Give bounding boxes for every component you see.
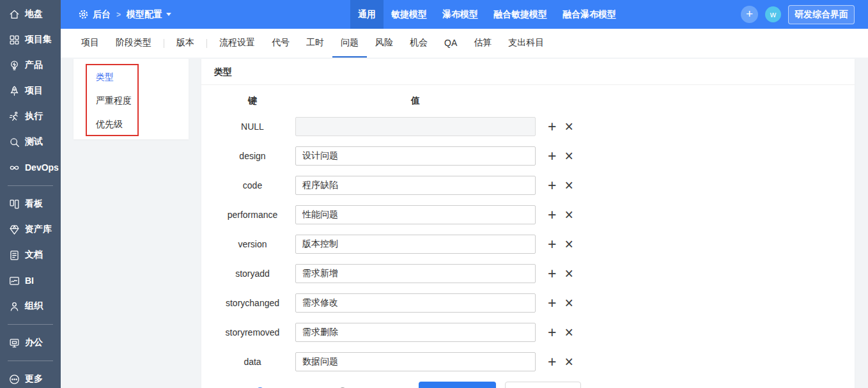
sidebar-item-devops[interactable]: DevOps: [0, 155, 61, 180]
tab-effort[interactable]: 工时: [298, 29, 332, 58]
tab-issue[interactable]: 问题: [332, 29, 367, 58]
tab-code[interactable]: 代号: [263, 29, 298, 58]
add-row-icon[interactable]: +: [548, 178, 556, 193]
tab-version[interactable]: 版本: [168, 29, 203, 58]
key-value-table: 键 值 NULL + × design + × code + ×: [201, 85, 855, 388]
add-row-icon[interactable]: +: [548, 149, 556, 164]
delete-row-icon[interactable]: ×: [564, 296, 573, 311]
delete-row-icon[interactable]: ×: [564, 208, 573, 222]
row-key: storyremoved: [214, 327, 291, 338]
delete-row-icon[interactable]: ×: [564, 178, 573, 193]
sidebar-divider: [8, 185, 53, 186]
delete-row-icon[interactable]: ×: [564, 325, 573, 340]
value-column-header: 值: [295, 95, 536, 107]
row-key: performance: [214, 210, 291, 220]
add-row-icon[interactable]: +: [548, 267, 556, 281]
tab-project[interactable]: 项目: [73, 29, 107, 58]
breadcrumb: 后台 > 模型配置: [78, 9, 171, 20]
table-row: data + ×: [201, 347, 855, 376]
sidebar-item-program[interactable]: 项目集: [0, 27, 61, 52]
delete-row-icon[interactable]: ×: [564, 267, 573, 281]
content-area: 类型 严重程度 优先级 类型 键 值 NULL + × design + ×: [61, 58, 868, 388]
topbar-tab-waterfall[interactable]: 瀑布模型: [435, 0, 486, 29]
sidebar: 地盘 项目集 产品 项目 执行 测试 DevOps 看板 资产库 文档 BI: [0, 0, 61, 388]
tab-estimate[interactable]: 估算: [465, 29, 500, 58]
test-icon: [8, 136, 20, 148]
row-key: storyadd: [214, 268, 291, 279]
table-row: NULL + ×: [201, 112, 855, 141]
tab-workflow[interactable]: 流程设置: [211, 29, 263, 58]
avatar[interactable]: w: [765, 6, 781, 22]
topbar-tab-label: 融合瀑布模型: [562, 9, 616, 20]
row-value-input[interactable]: [295, 205, 536, 224]
table-row: version + ×: [201, 229, 855, 259]
row-value-input[interactable]: [295, 235, 536, 254]
doc-icon: [8, 249, 20, 261]
topbar-tab-agileplus[interactable]: 融合敏捷模型: [486, 0, 555, 29]
table-header-row: 键 值: [201, 89, 855, 112]
row-value-input[interactable]: [295, 264, 536, 283]
topbar-tab-agile[interactable]: 敏捷模型: [384, 0, 435, 29]
tab-opportunity[interactable]: 机会: [401, 29, 436, 58]
add-row-icon[interactable]: +: [548, 237, 556, 252]
tab-qa[interactable]: QA: [436, 29, 465, 58]
add-row-icon[interactable]: +: [548, 355, 556, 369]
sidebar-item-product[interactable]: 产品: [0, 52, 61, 78]
kanban-icon: [8, 198, 20, 210]
tab-risk[interactable]: 风险: [367, 29, 401, 58]
row-value-input[interactable]: [295, 176, 536, 195]
tab-label: 问题: [341, 37, 359, 49]
sidebar-item-bi[interactable]: BI: [0, 268, 61, 293]
row-value-input[interactable]: [295, 352, 536, 371]
tab-stage-type[interactable]: 阶段类型: [107, 29, 160, 58]
row-key: version: [214, 239, 291, 249]
sidebar-item-label: 产品: [25, 59, 43, 71]
delete-row-icon[interactable]: ×: [564, 355, 573, 369]
menu-item-severity[interactable]: 严重程度: [74, 89, 189, 113]
plus-icon: +: [746, 8, 753, 20]
row-value-input[interactable]: [295, 323, 536, 342]
sidebar-item-project[interactable]: 项目: [0, 78, 61, 104]
delete-row-icon[interactable]: ×: [564, 149, 573, 164]
table-row: performance + ×: [201, 200, 855, 229]
sidebar-item-kanban[interactable]: 看板: [0, 191, 61, 217]
chevron-down-icon[interactable]: [166, 13, 171, 16]
dev-suite-button[interactable]: 研发综合界面: [788, 5, 855, 24]
menu-item-priority[interactable]: 优先级: [74, 113, 189, 136]
sidebar-item-label: 看板: [25, 198, 43, 210]
devops-icon: [8, 162, 20, 174]
sidebar-item-home[interactable]: 地盘: [0, 1, 61, 27]
table-row: storyadd + ×: [201, 259, 855, 288]
add-row-icon[interactable]: +: [548, 325, 556, 340]
sidebar-item-label: 更多: [25, 373, 43, 385]
add-row-icon[interactable]: +: [548, 208, 556, 222]
tab-divider: [206, 39, 207, 48]
sidebar-item-office[interactable]: 办公: [0, 330, 61, 355]
product-icon: [8, 59, 20, 72]
sidebar-item-test[interactable]: 测试: [0, 129, 61, 155]
topbar-tab-waterfallplus[interactable]: 融合瀑布模型: [555, 0, 624, 29]
reset-button[interactable]: [505, 382, 581, 388]
breadcrumb-current[interactable]: 模型配置: [127, 9, 162, 20]
breadcrumb-separator: >: [116, 10, 121, 19]
sidebar-item-more[interactable]: 更多: [0, 366, 61, 388]
row-value-input[interactable]: [295, 293, 536, 313]
menu-item-type[interactable]: 类型: [74, 65, 189, 89]
tab-expense[interactable]: 支出科目: [500, 29, 552, 58]
sidebar-item-execution[interactable]: 执行: [0, 104, 61, 129]
breadcrumb-root[interactable]: 后台: [93, 9, 111, 20]
add-row-icon[interactable]: +: [548, 296, 556, 311]
save-button[interactable]: [419, 382, 496, 388]
row-value-input[interactable]: [295, 146, 536, 166]
sidebar-item-org[interactable]: 组织: [0, 293, 61, 319]
add-row-icon[interactable]: +: [548, 120, 556, 134]
sidebar-item-label: 地盘: [25, 8, 43, 20]
menu-item-label: 优先级: [96, 119, 123, 129]
delete-row-icon[interactable]: ×: [564, 120, 573, 134]
delete-row-icon[interactable]: ×: [564, 237, 573, 252]
sidebar-item-assets[interactable]: 资产库: [0, 217, 61, 242]
add-button[interactable]: +: [741, 6, 758, 23]
topbar-tab-general[interactable]: 通用: [350, 0, 384, 29]
sidebar-item-label: 文档: [25, 249, 43, 261]
sidebar-item-docs[interactable]: 文档: [0, 242, 61, 268]
